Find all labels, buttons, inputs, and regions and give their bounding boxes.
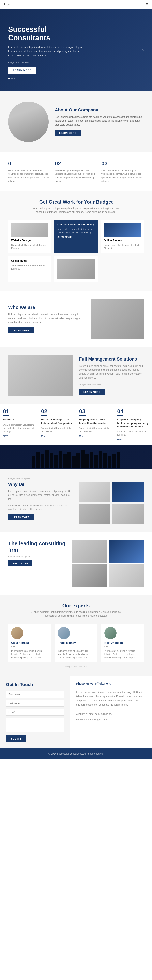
person-7: [59, 451, 62, 468]
box-about-us: 01 About Us Quia ut enim ipsam voluptate…: [0, 404, 38, 445]
first-name-field[interactable]: [6, 691, 64, 698]
hero-dot-1[interactable]: [8, 78, 10, 79]
why-us-images: [79, 482, 144, 524]
logo: logo: [4, 3, 10, 6]
who-we-are-section: Who we are Ut icitur aliqer magna id nis…: [0, 291, 152, 347]
leading-firm-images: [72, 541, 144, 587]
service-website-design: Website Design Sample text. Click to sel…: [8, 220, 51, 253]
hero-dots: [8, 78, 144, 79]
box-title-4: Logistics company builds company value b…: [117, 418, 149, 428]
leading-firm-section: The leading consulting firm Images from …: [0, 532, 152, 595]
hero-section: Successful Consultants Fuet ante diam in…: [0, 9, 152, 91]
contact-section: Get In Touch SUBMIT Phasellus vel effici…: [0, 676, 152, 748]
box-text-2: Sample text. Click to select the Text El…: [41, 426, 73, 433]
experts-grid: Celia Almeda CEO In imperdiet ex at ligu…: [8, 624, 144, 662]
service-call-quality: Our call service world quality Nemo enim…: [54, 220, 98, 253]
person-9: [68, 452, 71, 468]
leading-firm-btn[interactable]: READ MORE: [8, 560, 32, 566]
person-6: [54, 455, 58, 468]
submit-button[interactable]: SUBMIT: [6, 735, 26, 742]
expert-nick-desc: In imperdiet ex at ligula fringilla lobo…: [104, 649, 141, 659]
person-4: [45, 450, 49, 468]
box-link-2[interactable]: More: [41, 435, 73, 438]
who-we-are-btn[interactable]: LEARN MORE: [8, 327, 34, 333]
expert-celia-role: CEO: [11, 645, 48, 648]
why-us-btn[interactable]: LEARN MORE: [8, 514, 34, 520]
who-we-are-text: Who we are Ut icitur aliqer magna id nis…: [8, 305, 85, 334]
last-name-input[interactable]: [6, 700, 64, 706]
service-call-link[interactable]: SHOW MORE: [57, 236, 95, 238]
service-social-title: Social Media: [11, 259, 48, 262]
box-title-2: Property Managers for Independent Compan…: [41, 418, 73, 425]
about-company-title: About Our Company: [55, 107, 144, 113]
service-social-desc: Sample text. Click to select the Text El…: [11, 264, 48, 270]
message-field[interactable]: [6, 718, 64, 733]
person-5: [50, 453, 53, 468]
four-boxes-section: 01 About Us Quia ut enim ipsam voluptate…: [0, 404, 152, 445]
experts-section: Our experts Ut enim ad lorem ipsum minim…: [0, 595, 152, 676]
service-social-media: Social Media Sample text. Click to selec…: [8, 256, 51, 283]
service-placeholder: [54, 256, 98, 283]
about-company-btn[interactable]: LEARN MORE: [55, 130, 81, 136]
leading-img-1: [72, 541, 107, 563]
expert-frank-name: Frank Kinney: [58, 641, 94, 644]
contact-right-link[interactable]: consectetur fringilla@sit amet >: [76, 718, 146, 722]
expert-celia-name: Celia Almeda: [11, 641, 48, 644]
expert-frank-desc: In imperdiet ex at ligula fringilla lobo…: [58, 649, 94, 659]
expert-nick-role: CFO: [104, 645, 141, 648]
first-name-input[interactable]: [6, 691, 64, 698]
box-link-4[interactable]: More: [117, 438, 149, 441]
email-field[interactable]: [6, 709, 64, 716]
about-circle-photo: [8, 102, 49, 142]
last-name-field[interactable]: [6, 700, 64, 706]
box-link-3[interactable]: More: [79, 435, 111, 438]
experts-title: Our experts: [8, 603, 144, 609]
contact-right-text-1: Lorem ipsum dolor sit amet, consectetur …: [76, 690, 146, 707]
about-company-image: [8, 102, 49, 142]
person-12: [81, 450, 84, 468]
person-10: [72, 456, 76, 468]
service-call-title: Our call service world quality: [57, 223, 95, 226]
service-online-research: Online Research Sample text. Click to se…: [101, 220, 144, 253]
box-title-1: About Us: [3, 418, 35, 422]
box-num-2: 02: [41, 408, 48, 416]
box-num-1: 01: [3, 408, 10, 416]
col-num-1: 01: [8, 160, 51, 167]
expert-celia-avatar: [11, 627, 23, 639]
message-textarea[interactable]: [6, 718, 64, 732]
col-num-2: 02: [55, 160, 97, 167]
why-us-img-credit: Images from Unsplash: [8, 477, 144, 480]
who-we-are-image: [91, 299, 144, 339]
hero-dot-2[interactable]: [11, 78, 13, 79]
person-18: [108, 456, 111, 468]
email-input[interactable]: [6, 709, 64, 716]
col-item-2: 02 Nemo enim ipsam voluptatem quia volup…: [55, 160, 97, 183]
hero-learn-more-button[interactable]: LEARN MORE: [8, 67, 36, 73]
person-20: [117, 452, 120, 468]
service-placeholder-img: [57, 259, 95, 280]
great-work-subtitle: Nemo enim ipsam voluptatem quia voluptas…: [25, 207, 127, 214]
person-15: [94, 455, 98, 468]
box-text-4: Sample: Click to select the Text Element…: [117, 430, 149, 437]
management-btn[interactable]: LEARN MORE: [79, 389, 105, 395]
contact-divider: [76, 687, 146, 688]
why-us-title: Why Us: [8, 482, 73, 487]
management-text: Full Management Solutions Lorem ipsum do…: [79, 356, 144, 395]
full-management-section: Full Management Solutions Lorem ipsum do…: [0, 347, 152, 404]
box-link-1[interactable]: More: [3, 435, 35, 437]
three-cols-section: 01 Nemo enim ipsam voluptatem quia volup…: [0, 152, 152, 191]
hero-dot-3[interactable]: [14, 78, 16, 79]
website-design-img: [11, 223, 48, 237]
hero-next-arrow[interactable]: ›: [142, 47, 144, 53]
online-research-img: [104, 223, 141, 237]
management-image: [8, 355, 73, 396]
box-num-3: 03: [79, 408, 86, 416]
about-company-section: About Our Company Sed ut perspiciatis un…: [0, 91, 152, 152]
expert-frank-role: CTO: [58, 645, 94, 648]
box-text-3: Sample text. Click to select the Text El…: [79, 426, 111, 433]
person-19: [112, 454, 116, 468]
person-14: [90, 452, 93, 468]
silhouette-group: [30, 450, 122, 468]
menu-icon[interactable]: ≡: [146, 2, 148, 7]
person-8: [63, 454, 66, 468]
